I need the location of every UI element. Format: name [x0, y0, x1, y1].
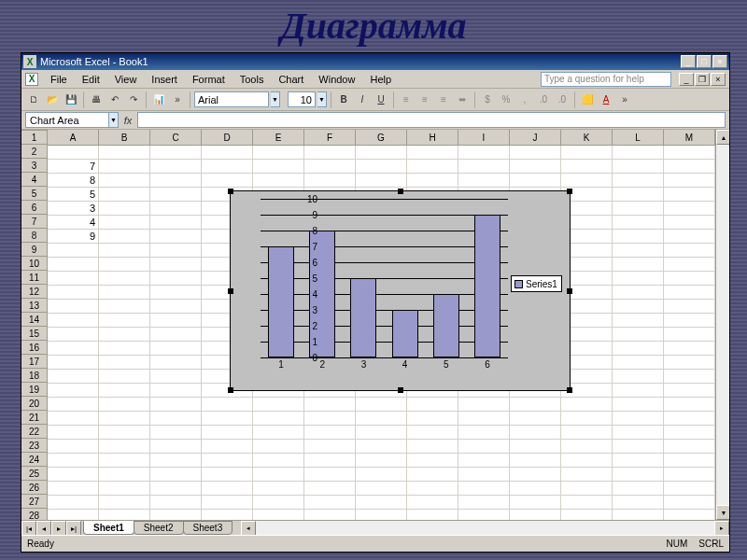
align-center-icon[interactable]: ≡ [416, 91, 433, 108]
cell[interactable] [664, 216, 715, 230]
column-header[interactable]: M [664, 130, 715, 146]
scroll-down-icon[interactable]: ▼ [716, 505, 729, 520]
sheet-tab-2[interactable]: Sheet2 [134, 521, 184, 535]
menu-help[interactable]: Help [363, 72, 398, 87]
more-icon[interactable]: » [169, 91, 186, 108]
cell[interactable] [99, 160, 150, 174]
maximize-button[interactable]: □ [697, 55, 712, 68]
cell[interactable] [561, 174, 613, 188]
cell[interactable] [407, 510, 458, 520]
cell[interactable] [253, 160, 304, 174]
percent-icon[interactable]: % [498, 91, 514, 108]
cell[interactable] [48, 440, 99, 454]
cell[interactable] [613, 300, 664, 314]
cell[interactable] [48, 314, 99, 328]
cell[interactable] [510, 398, 561, 412]
cell[interactable] [613, 272, 664, 286]
cell[interactable] [356, 496, 407, 510]
cell[interactable] [613, 468, 664, 482]
cell[interactable] [253, 440, 304, 454]
cell[interactable] [304, 160, 356, 174]
cell[interactable] [48, 272, 99, 286]
cell[interactable] [150, 314, 202, 328]
menu-tools[interactable]: Tools [233, 72, 271, 87]
redo-icon[interactable]: ↷ [125, 91, 142, 108]
vertical-scrollbar[interactable]: ▲ ▼ [715, 130, 729, 520]
column-header[interactable]: K [561, 130, 613, 146]
new-icon[interactable]: 🗋 [25, 91, 42, 108]
save-icon[interactable]: 💾 [63, 91, 79, 108]
cell[interactable] [664, 286, 715, 300]
cell[interactable] [458, 454, 510, 468]
cell[interactable] [613, 412, 664, 426]
cell[interactable] [664, 370, 715, 384]
row-header[interactable]: 7 [21, 215, 48, 229]
namebox-dropdown-icon[interactable]: ▼ [109, 112, 119, 128]
cell[interactable] [202, 412, 253, 426]
cell[interactable] [99, 356, 150, 370]
cell[interactable] [99, 314, 150, 328]
row-header[interactable]: 4 [21, 173, 48, 187]
cell[interactable] [664, 398, 715, 412]
cell[interactable] [99, 496, 150, 510]
cell[interactable] [202, 146, 253, 160]
cell[interactable] [253, 426, 304, 440]
cell[interactable] [458, 440, 510, 454]
cell[interactable] [99, 342, 150, 356]
cell[interactable] [253, 510, 304, 520]
cell[interactable] [664, 244, 715, 258]
cell[interactable] [48, 258, 99, 272]
cell[interactable] [664, 258, 715, 272]
row-header[interactable]: 25 [21, 467, 48, 481]
cell[interactable] [664, 482, 715, 496]
row-header[interactable]: 14 [21, 313, 48, 327]
cell[interactable] [613, 482, 664, 496]
cell[interactable] [150, 412, 202, 426]
cell[interactable] [99, 510, 150, 520]
close-button[interactable]: × [712, 55, 727, 68]
cell[interactable] [202, 426, 253, 440]
cell[interactable] [510, 496, 561, 510]
cell[interactable] [202, 160, 253, 174]
cell[interactable] [664, 188, 715, 202]
cell[interactable] [356, 454, 407, 468]
cell[interactable] [253, 174, 304, 188]
cell[interactable] [48, 370, 99, 384]
cell[interactable] [150, 258, 202, 272]
cell[interactable] [664, 202, 715, 216]
cell[interactable] [510, 440, 561, 454]
column-header[interactable]: D [202, 130, 253, 146]
cell[interactable] [150, 286, 202, 300]
cell[interactable] [356, 146, 407, 160]
cell[interactable] [150, 356, 202, 370]
row-header[interactable]: 21 [21, 411, 48, 425]
cell[interactable] [150, 174, 202, 188]
cell[interactable] [613, 454, 664, 468]
cell[interactable] [150, 398, 202, 412]
cell[interactable] [99, 384, 150, 398]
cell[interactable] [150, 230, 202, 244]
cell[interactable] [510, 412, 561, 426]
cell[interactable] [613, 370, 664, 384]
cell[interactable] [48, 412, 99, 426]
merge-icon[interactable]: ⬌ [454, 91, 471, 108]
cell[interactable] [99, 188, 150, 202]
cell[interactable] [150, 510, 202, 520]
cell[interactable] [150, 342, 202, 356]
cell[interactable] [613, 188, 664, 202]
cell[interactable] [613, 216, 664, 230]
cell[interactable] [202, 454, 253, 468]
cell[interactable] [664, 426, 715, 440]
cell[interactable]: 9 [48, 230, 99, 244]
cell[interactable] [613, 510, 664, 520]
cell[interactable] [48, 300, 99, 314]
resize-handle-sw[interactable] [228, 387, 233, 393]
cell[interactable] [458, 146, 510, 160]
row-header[interactable]: 2 [21, 145, 48, 159]
scroll-up-icon[interactable]: ▲ [716, 130, 729, 145]
cell[interactable] [664, 342, 715, 356]
cell[interactable] [150, 188, 202, 202]
cell[interactable]: 5 [48, 188, 99, 202]
cell[interactable] [304, 146, 356, 160]
cell[interactable] [253, 412, 304, 426]
